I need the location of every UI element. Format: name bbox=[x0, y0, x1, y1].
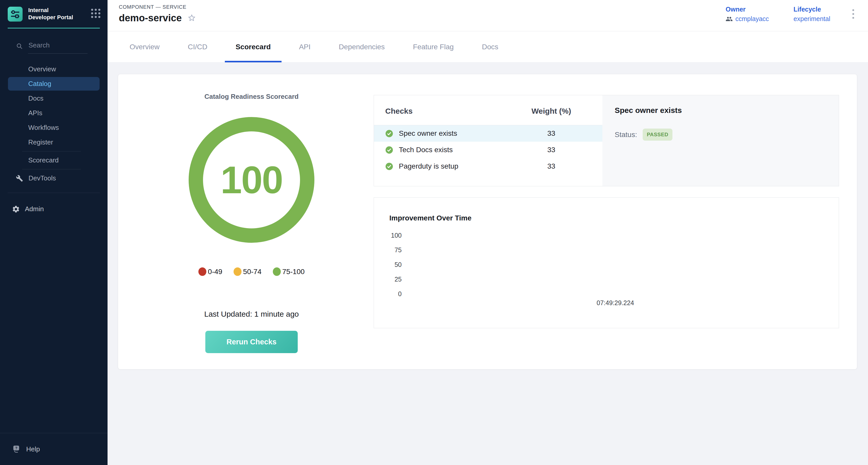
gear-icon bbox=[12, 205, 20, 213]
main-area: COMPONENT — SERVICE demo-service Owner c… bbox=[107, 0, 868, 465]
y-tick: 50 bbox=[387, 261, 402, 275]
tab-dependencies[interactable]: Dependencies bbox=[328, 31, 396, 62]
sidebar-item-apis[interactable]: APIs bbox=[0, 106, 107, 120]
owner-value[interactable]: ccmplayacc bbox=[725, 15, 769, 23]
app-grid-icon[interactable] bbox=[91, 9, 100, 18]
tab-scorecard[interactable]: Scorecard bbox=[225, 31, 282, 62]
checks-table: Checks Weight (%) Spec owner exists bbox=[374, 95, 602, 186]
tab-cicd[interactable]: CI/CD bbox=[177, 31, 218, 62]
search-icon bbox=[16, 42, 23, 50]
check-row-pagerduty[interactable]: Pagerduty is setup 33 bbox=[374, 158, 602, 175]
score-gauge: 100 bbox=[189, 117, 314, 243]
last-updated-text: Last Updated: 1 minute ago bbox=[204, 310, 299, 318]
tab-label: Dependencies bbox=[339, 43, 385, 51]
brand: Internal Developer Portal bbox=[0, 0, 107, 27]
lifecycle-label: Lifecycle bbox=[794, 6, 830, 13]
check-weight: 33 bbox=[512, 146, 591, 154]
sidebar-item-catalog[interactable]: Catalog bbox=[8, 77, 100, 91]
check-label: Spec owner exists bbox=[399, 129, 457, 137]
sidebar-item-label: Docs bbox=[28, 94, 43, 102]
check-passed-icon bbox=[385, 130, 393, 137]
tab-docs[interactable]: Docs bbox=[471, 31, 509, 62]
people-icon bbox=[725, 16, 733, 23]
owner-block: Owner ccmplayacc bbox=[725, 6, 769, 23]
owner-label: Owner bbox=[725, 6, 769, 13]
tab-label: API bbox=[299, 43, 311, 51]
sidebar-item-label: Register bbox=[28, 138, 53, 146]
tab-overview[interactable]: Overview bbox=[119, 31, 170, 62]
tab-label: Docs bbox=[482, 43, 498, 51]
sidebar-item-register[interactable]: Register bbox=[0, 135, 107, 150]
tab-feature-flag[interactable]: Feature Flag bbox=[402, 31, 465, 62]
sidebar-item-label: DevTools bbox=[29, 174, 56, 182]
sidebar-spacer bbox=[0, 216, 107, 433]
sidebar-item-label: Help bbox=[26, 445, 40, 453]
score-legend: 0-49 50-74 75-100 bbox=[198, 268, 305, 276]
check-label: Tech Docs exists bbox=[399, 146, 453, 154]
y-tick: 100 bbox=[387, 231, 402, 246]
check-detail-title: Spec owner exists bbox=[615, 106, 827, 115]
improvement-chart: Improvement Over Time 100 75 50 25 0 07:… bbox=[374, 197, 839, 328]
check-row-tech-docs[interactable]: Tech Docs exists 33 bbox=[374, 142, 602, 158]
sidebar-item-admin[interactable]: Admin bbox=[0, 202, 107, 216]
legend-dot-yellow bbox=[234, 268, 242, 276]
sidebar: Internal Developer Portal Overview Catal… bbox=[0, 0, 107, 465]
checks-block: Checks Weight (%) Spec owner exists bbox=[374, 95, 839, 186]
checks-column-header: Checks bbox=[385, 107, 512, 116]
check-weight: 33 bbox=[512, 162, 591, 170]
sidebar-item-help[interactable]: ? Help bbox=[0, 433, 107, 465]
page-title: demo-service bbox=[119, 12, 182, 24]
sidebar-item-overview[interactable]: Overview bbox=[0, 62, 107, 76]
check-status-row: Status: PASSED bbox=[615, 129, 827, 141]
checks-column: Checks Weight (%) Spec owner exists bbox=[374, 74, 857, 369]
sidebar-item-scorecard[interactable]: Scorecard bbox=[0, 153, 107, 167]
tab-api[interactable]: API bbox=[288, 31, 321, 62]
sidebar-item-label: Workflows bbox=[28, 124, 59, 132]
legend-label: 50-74 bbox=[243, 268, 261, 276]
help-chat-icon: ? bbox=[12, 444, 21, 454]
check-detail-panel: Spec owner exists Status: PASSED bbox=[602, 95, 839, 186]
gauge-title: Catalog Readiness Scorecard bbox=[204, 93, 299, 101]
legend-item-mid: 50-74 bbox=[234, 268, 261, 276]
tab-label: Overview bbox=[130, 43, 160, 51]
wrench-icon bbox=[16, 175, 23, 182]
check-weight: 33 bbox=[512, 129, 591, 137]
tab-label: Feature Flag bbox=[413, 43, 454, 51]
chart-title: Improvement Over Time bbox=[389, 214, 471, 222]
entity-header: COMPONENT — SERVICE demo-service Owner c… bbox=[107, 0, 868, 31]
admin-divider bbox=[8, 193, 100, 193]
status-label: Status: bbox=[615, 131, 637, 139]
chart-x-tick: 07:49:29.224 bbox=[402, 299, 829, 307]
app-logo[interactable] bbox=[8, 7, 23, 22]
checks-table-header: Checks Weight (%) bbox=[374, 103, 602, 119]
check-passed-icon bbox=[385, 146, 393, 154]
y-tick: 0 bbox=[387, 290, 402, 305]
favorite-star-icon[interactable] bbox=[187, 13, 196, 23]
sliders-logo-icon bbox=[9, 8, 21, 20]
gauge-column: Catalog Readiness Scorecard 100 0-49 50-… bbox=[118, 74, 374, 369]
sidebar-item-devtools[interactable]: DevTools bbox=[0, 171, 107, 186]
owner-link: ccmplayacc bbox=[735, 15, 769, 23]
sidebar-item-workflows[interactable]: Workflows bbox=[0, 120, 107, 135]
sidebar-item-label: Overview bbox=[28, 65, 56, 73]
entity-header-left: COMPONENT — SERVICE demo-service bbox=[119, 4, 196, 31]
scorecard-card: Catalog Readiness Scorecard 100 0-49 50-… bbox=[118, 74, 857, 370]
entity-tabs: Overview CI/CD Scorecard API Dependencie… bbox=[107, 31, 868, 63]
kebab-menu-icon[interactable] bbox=[850, 6, 857, 22]
weight-column-header: Weight (%) bbox=[512, 107, 591, 116]
y-tick: 25 bbox=[387, 275, 402, 290]
search-input[interactable] bbox=[28, 41, 88, 54]
legend-label: 75-100 bbox=[282, 268, 305, 276]
sidebar-item-label: APIs bbox=[28, 109, 42, 117]
tab-label: Scorecard bbox=[236, 43, 271, 51]
brand-accent-divider bbox=[8, 28, 100, 29]
lifecycle-block: Lifecycle experimental bbox=[794, 6, 830, 23]
legend-dot-red bbox=[198, 268, 206, 276]
legend-item-low: 0-49 bbox=[198, 268, 222, 276]
check-passed-icon bbox=[385, 162, 393, 170]
sidebar-item-docs[interactable]: Docs bbox=[0, 91, 107, 106]
rerun-checks-button[interactable]: Rerun Checks bbox=[205, 331, 298, 353]
lifecycle-text: experimental bbox=[794, 15, 830, 23]
check-row-spec-owner[interactable]: Spec owner exists 33 bbox=[374, 125, 602, 142]
content-area: Catalog Readiness Scorecard 100 0-49 50-… bbox=[107, 63, 868, 465]
